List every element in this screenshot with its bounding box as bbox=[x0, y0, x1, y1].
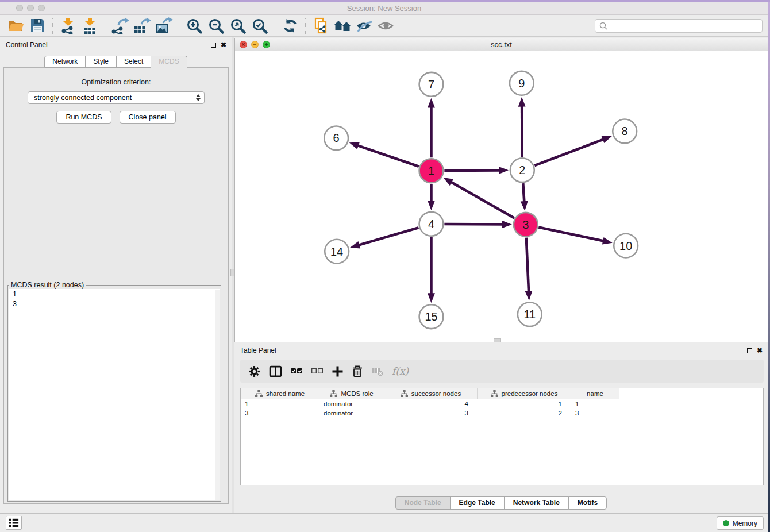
import-table-icon bbox=[81, 17, 98, 34]
graph-edge-1-7[interactable] bbox=[428, 98, 435, 158]
table-cell[interactable]: 4 bbox=[384, 399, 478, 408]
tab-network[interactable]: Network bbox=[44, 56, 86, 68]
table-cell[interactable]: 1 bbox=[241, 399, 319, 408]
graph-edge-4-3[interactable] bbox=[444, 221, 512, 228]
run-mcds-button[interactable]: Run MCDS bbox=[56, 111, 111, 124]
svg-text:3: 3 bbox=[522, 218, 529, 231]
graph-edge-1-4[interactable] bbox=[428, 184, 435, 210]
tab-style[interactable]: Style bbox=[85, 56, 117, 68]
graph-node-2[interactable]: 2 bbox=[510, 158, 534, 182]
import-table-button[interactable] bbox=[79, 17, 101, 35]
graph-edge-3-1[interactable] bbox=[443, 178, 514, 218]
float-panel-icon[interactable] bbox=[211, 43, 216, 48]
graph-node-3[interactable]: 3 bbox=[514, 213, 538, 237]
eye-icon bbox=[378, 18, 395, 34]
eye-slash-icon bbox=[356, 18, 373, 34]
graph-edge-2-9[interactable] bbox=[518, 97, 526, 157]
task-history-button[interactable] bbox=[6, 516, 22, 530]
unchecked-boxes-icon bbox=[311, 367, 324, 376]
mcds-result-list[interactable]: 13 bbox=[9, 289, 220, 500]
graph-node-10[interactable]: 10 bbox=[614, 234, 638, 258]
graph-edge-3-11[interactable] bbox=[525, 238, 533, 301]
graph-node-14[interactable]: 14 bbox=[325, 240, 349, 264]
network-graph[interactable]: 7968124314101511 bbox=[235, 51, 768, 342]
graph-edge-1-2[interactable] bbox=[444, 167, 509, 174]
save-session-button[interactable] bbox=[26, 17, 48, 35]
share-session-button[interactable] bbox=[310, 17, 332, 35]
create-column-button[interactable] bbox=[332, 364, 343, 379]
tab-mcds[interactable]: MCDS bbox=[151, 56, 187, 68]
table-row[interactable]: 3dominator323 bbox=[241, 408, 763, 418]
export-network-button[interactable] bbox=[109, 17, 131, 35]
hide-selected-button[interactable] bbox=[353, 17, 375, 35]
table-cell[interactable]: 2 bbox=[478, 408, 571, 418]
toolbar-separator bbox=[275, 18, 275, 34]
network-view-titlebar[interactable]: × − + scc.txt bbox=[235, 38, 768, 51]
criterion-dropdown[interactable]: strongly connected component bbox=[28, 91, 205, 104]
home-button[interactable] bbox=[332, 17, 353, 35]
graph-node-11[interactable]: 11 bbox=[518, 302, 542, 326]
tab-motifs[interactable]: Motifs bbox=[568, 496, 607, 510]
svg-text:6: 6 bbox=[333, 132, 340, 144]
table-cell[interactable]: 1 bbox=[571, 399, 619, 408]
unselect-all-columns-button[interactable] bbox=[311, 364, 324, 379]
column-header-predecessor-nodes[interactable]: predecessor nodes bbox=[478, 388, 571, 399]
graph-edge-1-6[interactable] bbox=[349, 142, 419, 167]
zoom-fit-button[interactable] bbox=[227, 17, 249, 35]
graph-edge-4-15[interactable] bbox=[428, 237, 435, 303]
close-panel-button[interactable]: Close panel bbox=[120, 111, 176, 124]
zoom-in-button[interactable] bbox=[183, 17, 205, 35]
graph-node-4[interactable]: 4 bbox=[419, 212, 444, 236]
export-table-button[interactable] bbox=[131, 17, 153, 35]
toolbar-separator bbox=[305, 18, 306, 34]
select-all-columns-button[interactable] bbox=[291, 364, 303, 379]
graph-node-6[interactable]: 6 bbox=[324, 126, 348, 150]
tab-select[interactable]: Select bbox=[116, 56, 151, 68]
close-table-panel-icon[interactable]: ✖ bbox=[757, 347, 763, 354]
graph-edge-2-8[interactable] bbox=[534, 136, 612, 165]
graph-edge-2-3[interactable] bbox=[521, 183, 528, 211]
graph-node-9[interactable]: 9 bbox=[510, 71, 534, 95]
float-table-panel-icon[interactable] bbox=[747, 348, 752, 353]
graph-edge-4-14[interactable] bbox=[350, 228, 418, 248]
zoom-selected-button[interactable] bbox=[249, 17, 271, 35]
table-header-row: shared nameMCDS rolesuccessor nodesprede… bbox=[241, 388, 763, 399]
tab-edge-table[interactable]: Edge Table bbox=[450, 496, 505, 510]
column-header-name[interactable]: name bbox=[571, 388, 619, 399]
memory-button[interactable]: Memory bbox=[717, 516, 764, 530]
table-cell[interactable]: dominator bbox=[319, 399, 384, 408]
table-row[interactable]: 1dominator411 bbox=[241, 399, 763, 408]
table-cell[interactable]: 3 bbox=[241, 408, 319, 418]
delete-column-button[interactable] bbox=[352, 364, 363, 379]
import-network-button[interactable] bbox=[57, 17, 79, 35]
open-file-button[interactable] bbox=[5, 17, 26, 35]
column-header-shared-name[interactable]: shared name bbox=[241, 388, 319, 399]
graph-node-1[interactable]: 1 bbox=[419, 159, 444, 183]
table-cell[interactable]: 1 bbox=[478, 399, 571, 408]
apply-layout-button[interactable] bbox=[279, 17, 301, 35]
column-header-label: MCDS role bbox=[341, 390, 373, 397]
graph-node-7[interactable]: 7 bbox=[419, 72, 444, 97]
show-columns-button[interactable] bbox=[269, 364, 282, 379]
column-header-successor-nodes[interactable]: successor nodes bbox=[384, 388, 478, 399]
status-bar: Memory bbox=[0, 513, 768, 532]
result-scrollbar[interactable] bbox=[215, 290, 220, 500]
close-panel-icon[interactable]: ✖ bbox=[221, 41, 226, 48]
zoom-out-button[interactable] bbox=[205, 17, 227, 35]
main-titlebar[interactable]: Session: New Session bbox=[0, 2, 768, 15]
tab-node-table[interactable]: Node Table bbox=[395, 496, 451, 510]
table-cell[interactable]: 3 bbox=[384, 408, 478, 418]
table-cell[interactable]: dominator bbox=[319, 408, 384, 418]
graph-node-15[interactable]: 15 bbox=[419, 304, 444, 329]
column-header-mcds-role[interactable]: MCDS role bbox=[319, 388, 384, 399]
table-cell[interactable]: 3 bbox=[571, 408, 619, 418]
network-canvas[interactable]: 7968124314101511 bbox=[235, 51, 768, 342]
tab-network-table[interactable]: Network Table bbox=[504, 496, 569, 510]
show-all-button[interactable] bbox=[375, 17, 397, 35]
graph-edge-3-10[interactable] bbox=[538, 228, 613, 245]
table-settings-button[interactable] bbox=[248, 364, 260, 379]
graph-node-8[interactable]: 8 bbox=[613, 119, 637, 144]
search-input[interactable] bbox=[608, 22, 762, 30]
search-box[interactable] bbox=[595, 19, 763, 33]
export-image-button[interactable] bbox=[153, 17, 175, 35]
